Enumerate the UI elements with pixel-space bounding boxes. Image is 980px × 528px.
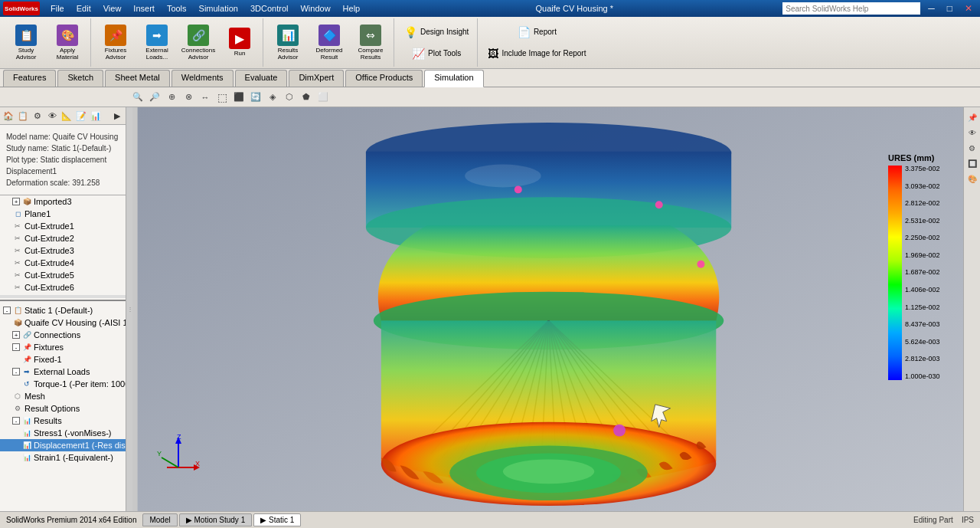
ft-stress1[interactable]: 📊 Stress1 (-vonMises-) <box>0 427 126 439</box>
ft-expand-conn[interactable]: + <box>12 331 20 339</box>
ft-connections[interactable]: + 🔗 Connections <box>0 329 126 341</box>
study-advisor-button[interactable]: 📋 Study Advisor <box>6 21 46 64</box>
rp-appearance-button[interactable]: 🎨 <box>965 172 979 185</box>
lp-btn-display[interactable]: 👁 <box>45 109 59 123</box>
menu-view[interactable]: View <box>97 2 128 15</box>
ft-expand-static1[interactable]: - <box>3 307 11 314</box>
window-minimize[interactable]: ─ <box>923 3 939 14</box>
tab-weldments[interactable]: Weldments <box>172 70 234 87</box>
tab-office-products[interactable]: Office Products <box>345 70 423 87</box>
legend-val-2: 2.812e-002 <box>905 200 940 207</box>
tab-dimxpert[interactable]: DimXpert <box>289 70 344 87</box>
ft-resultoptions[interactable]: ⚙ Result Options <box>0 402 126 415</box>
compare-results-button[interactable]: ⇔ Compare Results <box>351 21 390 64</box>
zoom-to-fit-button[interactable]: 🔍 <box>130 90 145 105</box>
view-render-button[interactable]: 🔄 <box>248 90 263 105</box>
ft-static1[interactable]: - 📋 Static 1 (-Default-) <box>0 304 126 316</box>
ft-torque1[interactable]: ↺ Torque-1 (-Per item: 1000 <box>0 378 126 390</box>
menu-insert[interactable]: Insert <box>127 2 161 15</box>
rp-layer-button[interactable]: 🔲 <box>965 156 979 170</box>
view-scene-button[interactable]: ⬜ <box>315 90 331 105</box>
lp-btn-features[interactable]: 🏠 <box>2 109 15 123</box>
statusbar-tab-motionstudy[interactable]: ▶ Motion Study 1 <box>179 513 253 526</box>
menu-tools[interactable]: Tools <box>161 2 193 15</box>
ft-plane1[interactable]: ◻ Plane1 <box>0 208 126 220</box>
ft-fixed1[interactable]: 📌 Fixed-1 <box>0 353 126 366</box>
tab-evaluate[interactable]: Evaluate <box>235 70 288 87</box>
ft-cut1[interactable]: ✂ Cut-Extrude1 <box>0 220 126 232</box>
window-restore[interactable]: □ <box>942 3 957 14</box>
ft-quaife[interactable]: 📦 Quaife CV Housing (-AISI 102... <box>0 316 126 329</box>
deformed-result-button[interactable]: 🔷 Deformed Result <box>309 21 349 64</box>
plot-tools-button[interactable]: 📈 Plot Tools <box>407 44 466 63</box>
zoom-in-button[interactable]: 🔎 <box>147 90 162 105</box>
lp-expand-arrow[interactable]: ▶ <box>110 109 124 123</box>
tab-features[interactable]: Features <box>3 70 56 87</box>
menu-simulation[interactable]: Simulation <box>193 2 244 15</box>
include-image-button[interactable]: 🖼 Include Image for Report <box>482 44 591 63</box>
ft-mesh[interactable]: ⬡ Mesh <box>0 390 126 402</box>
menu-3dcontrol[interactable]: 3DControl <box>244 2 295 15</box>
window-close[interactable]: ✕ <box>960 3 977 14</box>
view-wireframe-button[interactable]: ⬛ <box>231 90 247 105</box>
ft-fixtures[interactable]: - 📌 Fixtures <box>0 341 126 353</box>
ft-expand-imported3[interactable]: + <box>12 198 20 205</box>
ft-extloads[interactable]: - ➡ External Loads <box>0 366 126 378</box>
resize-handle[interactable]: ⋮ <box>126 107 132 511</box>
view-rotate-button[interactable]: ↔ <box>198 90 213 105</box>
ft-strain1[interactable]: 📊 Strain1 (-Equivalent-) <box>0 451 126 464</box>
fixtures-advisor-button[interactable]: 📌 Fixtures Advisor <box>96 21 136 64</box>
ft-label-fixtures: Fixtures <box>34 343 64 352</box>
external-loads-button[interactable]: ➡ External Loads... <box>137 21 177 64</box>
ft-expand-loads[interactable]: - <box>12 368 20 376</box>
tab-sketch[interactable]: Sketch <box>57 70 103 87</box>
lp-btn-sim[interactable]: 📊 <box>89 109 103 123</box>
statusbar-tab-model[interactable]: Model <box>142 513 177 526</box>
view-section-button[interactable]: ⊗ <box>181 90 196 105</box>
left-panel: 🏠 📋 ⚙ 👁 📐 📝 📊 ▶ Model name: Quaife CV Ho… <box>0 107 126 511</box>
report-button[interactable]: 📄 Report <box>512 23 562 41</box>
run-button[interactable]: ▶ Run <box>220 21 260 64</box>
tab-sheet-metal[interactable]: Sheet Metal <box>105 70 170 87</box>
results-advisor-button[interactable]: 📊 Results Advisor <box>268 21 308 64</box>
ft-cut4[interactable]: ✂ Cut-Extrude4 <box>0 257 126 269</box>
apply-material-button[interactable]: 🎨 Apply Material <box>47 21 87 64</box>
editing-status: Editing Part <box>913 516 953 524</box>
tab-simulation[interactable]: Simulation <box>424 70 483 87</box>
search-input[interactable] <box>782 2 920 15</box>
rp-settings-button[interactable]: ⚙ <box>965 141 979 155</box>
rp-pin-button[interactable]: 📌 <box>965 110 979 124</box>
view-shaded-button[interactable]: ⬚ <box>214 90 230 105</box>
view-camera-button[interactable]: ⬟ <box>299 90 314 105</box>
ft-cut3[interactable]: ✂ Cut-Extrude3 <box>0 244 126 257</box>
menu-window[interactable]: Window <box>294 2 336 15</box>
ft-displacement1[interactable]: 📊 Displacement1 (-Res disp -) <box>0 439 126 451</box>
view-light-button[interactable]: ⬡ <box>282 90 297 105</box>
viewport[interactable]: URES (mm) 3.375e-002 3.093e-002 2.812e-0… <box>132 107 980 511</box>
color-legend: URES (mm) 3.375e-002 3.093e-002 2.812e-0… <box>888 153 965 380</box>
design-insight-button[interactable]: 💡 Design Insight <box>399 23 474 41</box>
connections-advisor-button[interactable]: 🔗 Connections Advisor <box>178 21 218 64</box>
ft-imported3[interactable]: + 📦 Imported3 <box>0 195 126 208</box>
ft-label-connections: Connections <box>34 330 80 339</box>
statusbar-tab-static1[interactable]: ▶ Static 1 <box>253 513 301 526</box>
lp-btn-dim[interactable]: 📐 <box>60 109 74 123</box>
menu-help[interactable]: Help <box>337 2 367 15</box>
lp-btn-property[interactable]: 📋 <box>16 109 30 123</box>
fixtures-icon: 📌 <box>21 342 32 353</box>
view-display-button[interactable]: ◈ <box>265 90 280 105</box>
menu-edit[interactable]: Edit <box>70 2 97 15</box>
ft-cut6[interactable]: ✂ Cut-Extrude6 <box>0 281 126 294</box>
ft-cut5[interactable]: ✂ Cut-Extrude5 <box>0 269 126 281</box>
rp-view-button[interactable]: 👁 <box>965 126 979 139</box>
ft-expand-results[interactable]: - <box>12 417 20 425</box>
ft-expand-fixtures[interactable]: - <box>12 343 20 351</box>
loads-icon: ➡ <box>21 366 32 377</box>
ft-results[interactable]: - 📊 Results <box>0 415 126 427</box>
lp-btn-note[interactable]: 📝 <box>74 109 88 123</box>
lp-btn-config[interactable]: ⚙ <box>31 109 44 123</box>
menu-file[interactable]: File <box>44 2 70 15</box>
view-orient-button[interactable]: ⊕ <box>164 90 179 105</box>
left-panel-toolbar: 🏠 📋 ⚙ 👁 📐 📝 📊 ▶ <box>0 107 126 125</box>
ft-cut2[interactable]: ✂ Cut-Extrude2 <box>0 232 126 244</box>
